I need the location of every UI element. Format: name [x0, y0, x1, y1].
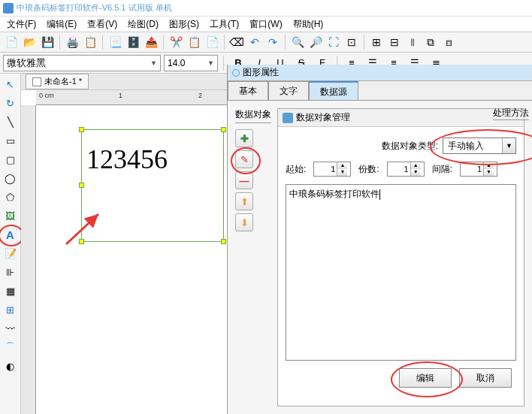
copies-label: 份数: — [358, 163, 379, 176]
remove-button[interactable]: ― — [235, 171, 253, 189]
line-tool-icon[interactable]: ╲ — [2, 114, 19, 129]
edit-button[interactable]: 编辑 — [399, 368, 452, 388]
panel-title-text: 图形属性 — [243, 66, 279, 79]
cut-icon[interactable]: ✂️ — [168, 34, 184, 50]
tab-basic[interactable]: 基本 — [228, 81, 268, 100]
properties-panel-title: 图形属性 — [228, 65, 532, 81]
font-size-select[interactable]: 14.0 ▼ — [164, 55, 218, 71]
app-title: 中琅条码标签打印软件-V6.5.1 试用版 单机 — [17, 2, 172, 14]
text-object-content: 123456 — [82, 130, 223, 189]
richtext-tool-icon[interactable]: 📝 — [2, 246, 19, 261]
curve-tool-icon[interactable]: 〰 — [2, 321, 19, 336]
copies-spinner[interactable]: ▲▼ — [387, 162, 425, 177]
interval-label: 间隔: — [432, 163, 452, 176]
chevron-down-icon[interactable]: ▼ — [502, 138, 515, 153]
tab-text[interactable]: 文字 — [268, 81, 309, 100]
copy-icon[interactable]: 📋 — [186, 34, 202, 50]
data-object-dialog: 数据对象管理 数据对象类型: 手动输入 ▼ 起始: ▲▼ 份数: — [277, 108, 524, 406]
separator — [285, 35, 286, 50]
align-tool-icon[interactable]: ⫴ — [404, 34, 421, 50]
copies-input[interactable] — [388, 165, 410, 174]
undo-icon[interactable]: ↶ — [246, 34, 263, 50]
table-tool-icon[interactable]: ⊞ — [2, 302, 19, 317]
properties-panel: 图形属性 基本 文字 数据源 数据对象 ✚ ✎ ― ⬆ ⬇ 数据对象管理 数据对… — [227, 65, 532, 414]
interval-input[interactable] — [461, 165, 483, 174]
panel-icon — [232, 69, 240, 77]
zoom-fit-icon[interactable]: ⛶ — [325, 34, 342, 50]
paste-icon[interactable]: 📄 — [204, 34, 220, 50]
print-preview-icon[interactable]: 📋 — [82, 34, 98, 50]
spin-up-icon[interactable]: ▲ — [337, 162, 347, 169]
spin-down-icon[interactable]: ▼ — [484, 169, 494, 176]
print-icon[interactable]: 🖨️ — [64, 34, 80, 50]
section-label: 数据对象 — [235, 108, 271, 123]
rotate-tool-icon[interactable]: ↻ — [2, 95, 19, 110]
menu-edit[interactable]: 编辑(E) — [44, 17, 79, 32]
spin-up-icon[interactable]: ▲ — [484, 162, 494, 169]
menu-tools[interactable]: 工具(T) — [207, 17, 241, 32]
spin-down-icon[interactable]: ▼ — [337, 169, 347, 176]
qrcode-tool-icon[interactable]: ▦ — [2, 283, 19, 298]
grid-icon[interactable]: ⊞ — [368, 34, 385, 50]
shape-tool-icon[interactable]: ◐ — [2, 358, 19, 373]
menu-view[interactable]: 查看(V) — [85, 17, 119, 32]
roundrect-tool-icon[interactable]: ▢ — [2, 152, 19, 167]
ellipse-tool-icon[interactable]: ◯ — [2, 171, 19, 186]
move-down-button[interactable]: ⬇ — [235, 213, 253, 231]
separator — [364, 35, 364, 50]
dialog-body: 数据对象类型: 手动输入 ▼ 起始: ▲▼ 份数: ▲▼ — [278, 127, 524, 406]
pointer-tool-icon[interactable]: ↖ — [2, 77, 19, 92]
move-up-button[interactable]: ⬆ — [235, 192, 253, 210]
menu-help[interactable]: 帮助(H) — [291, 17, 326, 32]
zoom-in-icon[interactable]: 🔍 — [289, 34, 306, 50]
text-content-box[interactable]: 中琅条码标签打印软件 — [286, 184, 516, 361]
tab-datasource[interactable]: 数据源 — [309, 81, 358, 100]
document-icon — [32, 77, 41, 86]
interval-spinner[interactable]: ▲▼ — [460, 162, 497, 177]
doc-setup-icon[interactable]: 📃 — [107, 34, 123, 50]
redo-icon[interactable]: ↷ — [264, 34, 281, 50]
chevron-down-icon: ▼ — [150, 59, 157, 67]
menu-window[interactable]: 窗口(W) — [247, 17, 284, 32]
image-tool-icon[interactable]: 🖼 — [2, 208, 19, 223]
resize-handle[interactable] — [79, 127, 84, 132]
separator — [224, 35, 225, 50]
rect-tool-icon[interactable]: ▭ — [2, 133, 19, 148]
resize-handle[interactable] — [221, 239, 226, 244]
arc-tool-icon[interactable]: ⌒ — [2, 340, 19, 355]
save-icon[interactable]: 💾 — [39, 34, 56, 50]
menu-file[interactable]: 文件(F) — [5, 17, 38, 32]
vertical-ruler — [21, 105, 36, 414]
text-tool-icon[interactable]: A — [2, 227, 19, 242]
edit-item-button[interactable]: ✎ — [235, 150, 253, 168]
text-content-value: 中琅条码标签打印软件 — [289, 189, 379, 199]
zoom-out-icon[interactable]: 🔎 — [307, 34, 324, 50]
doc-tab-item[interactable]: 未命名-1 * — [26, 74, 89, 89]
snap-icon[interactable]: ⊟ — [386, 34, 403, 50]
cancel-button[interactable]: 取消 — [459, 368, 512, 388]
eraser-icon[interactable]: ⌫ — [228, 34, 245, 50]
group-icon[interactable]: ⧉ — [422, 34, 439, 50]
separator — [223, 56, 224, 71]
type-combobox[interactable]: 手动输入 ▼ — [443, 137, 516, 154]
spin-up-icon[interactable]: ▲ — [411, 162, 421, 169]
database-icon[interactable]: 🗄️ — [125, 34, 141, 50]
export-icon[interactable]: 📤 — [143, 34, 159, 50]
barcode-tool-icon[interactable]: ⊪ — [2, 264, 19, 280]
resize-handle[interactable] — [221, 127, 226, 132]
zoom-actual-icon[interactable]: ⊡ — [343, 34, 360, 50]
font-name: 微软雅黑 — [7, 56, 46, 70]
add-button[interactable]: ✚ — [235, 129, 253, 147]
menu-shape[interactable]: 图形(S) — [167, 17, 201, 32]
new-file-icon[interactable]: 📄 — [3, 34, 20, 50]
ungroup-icon[interactable]: ⧈ — [440, 34, 457, 50]
menu-draw[interactable]: 绘图(D) — [125, 17, 161, 32]
font-family-select[interactable]: 微软雅黑 ▼ — [3, 55, 161, 71]
polygon-tool-icon[interactable]: ⬠ — [2, 189, 19, 204]
resize-handle[interactable] — [79, 183, 84, 188]
spin-down-icon[interactable]: ▼ — [411, 169, 421, 176]
dialog-buttons: 编辑 取消 — [286, 361, 516, 395]
open-folder-icon[interactable]: 📂 — [21, 34, 38, 50]
start-spinner[interactable]: ▲▼ — [313, 162, 351, 177]
start-input[interactable] — [314, 165, 337, 174]
